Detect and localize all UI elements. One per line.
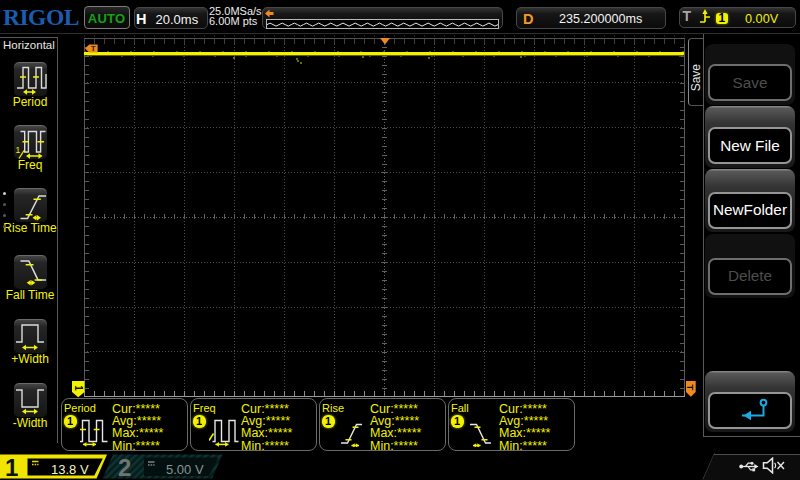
svg-text:1: 1 — [5, 454, 18, 479]
svg-text:1: 1 — [16, 144, 21, 154]
svg-text:T: T — [90, 44, 95, 53]
svg-text:T: T — [686, 385, 696, 391]
svg-text:2: 2 — [118, 454, 131, 479]
svg-text:13.8 V: 13.8 V — [51, 462, 89, 477]
svg-text:5.00 V: 5.00 V — [166, 462, 204, 477]
svg-text:1: 1 — [73, 385, 84, 391]
